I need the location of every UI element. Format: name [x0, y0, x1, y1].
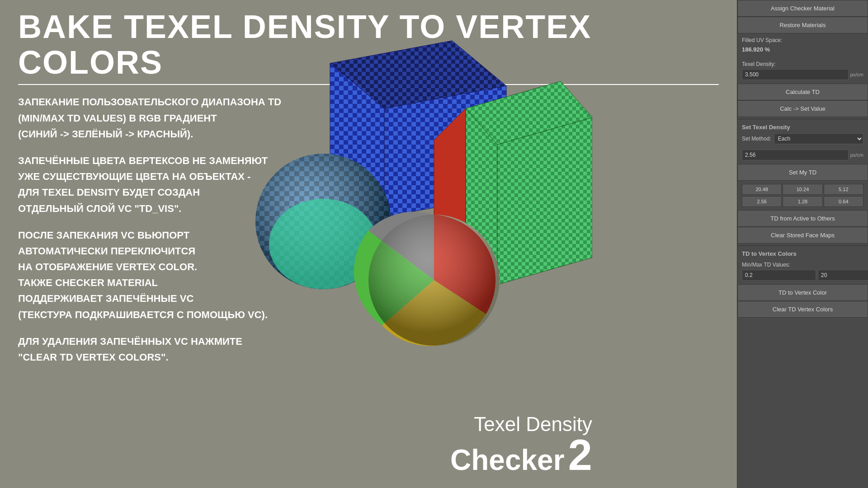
quick-btn-1-28[interactable]: 1.28 [783, 196, 822, 207]
minmax-section: Min/Max TD Values: [737, 258, 868, 284]
filled-uv-section: Filled UV Space: 186.920 % [737, 33, 868, 57]
texel-density-label: Texel Density: [742, 61, 863, 67]
filled-uv-value: 186.920 % [742, 45, 863, 54]
texel-density-unit: px/cm [850, 72, 863, 77]
quick-btn-2-56[interactable]: 2.56 [742, 196, 782, 207]
svg-marker-24 [497, 117, 592, 285]
quick-btn-0-64[interactable]: 0.64 [824, 196, 863, 207]
min-value-input[interactable] [742, 270, 816, 281]
divider-2 [737, 245, 868, 246]
max-value-input[interactable] [818, 270, 868, 281]
objects-area [240, 27, 592, 352]
texel-density-section: Texel Density: px/cm [737, 57, 868, 84]
filled-uv-label: Filled UV Space: [742, 37, 863, 43]
clear-face-maps-button[interactable]: Clear Stored Face Maps [737, 227, 868, 244]
set-method-row: Set Method: Each Average Active [737, 131, 868, 146]
logo-line2: Checker2 [450, 436, 592, 474]
td-to-vc-header: TD to Vertex Colors [737, 248, 868, 258]
minmax-inputs [742, 270, 863, 281]
logo-area: Texel Density Checker2 [450, 413, 592, 474]
texel-density-input[interactable] [742, 69, 849, 80]
sidebar: Assign Checker Material Restore Material… [737, 0, 868, 488]
td-from-active-button[interactable]: TD from Active to Others [737, 210, 868, 227]
td-to-vertex-color-button[interactable]: TD to Vertex Color [737, 284, 868, 301]
set-method-select[interactable]: Each Average Active [774, 133, 863, 144]
quick-btn-20-48[interactable]: 20.48 [742, 184, 782, 195]
assign-checker-material-button[interactable]: Assign Checker Material [737, 0, 868, 17]
set-value-input[interactable] [742, 150, 849, 160]
restore-materials-button[interactable]: Restore Materials [737, 17, 868, 33]
quick-btns-row1: 20.48 10.24 5.12 [742, 184, 863, 195]
svg-point-27 [368, 215, 500, 346]
quick-btn-10-24[interactable]: 10.24 [783, 184, 822, 195]
quick-btn-5-12[interactable]: 5.12 [824, 184, 863, 195]
clear-td-vertex-colors-button[interactable]: Clear TD Vertex Colors [737, 301, 868, 318]
calc-set-value-button[interactable]: Calc -> Set Value [737, 100, 868, 117]
3d-objects-svg [240, 27, 592, 352]
set-value-section: px/cm [737, 146, 868, 164]
minmax-label: Min/Max TD Values: [742, 262, 863, 268]
set-value-unit: px/cm [850, 152, 863, 158]
texel-density-input-row: px/cm [742, 69, 863, 80]
set-my-td-button[interactable]: Set My TD [737, 164, 868, 181]
divider-1 [737, 119, 868, 119]
calculate-td-button[interactable]: Calculate TD [737, 84, 868, 100]
set-value-input-row: px/cm [742, 150, 863, 160]
quick-btns-row2: 2.56 1.28 0.64 [742, 196, 863, 207]
set-method-label: Set Method: [742, 136, 771, 142]
main-content: BAKE TEXEL DENSITY TO VERTEX COLORS ЗАПЕ… [0, 0, 737, 488]
set-texel-density-header: Set Texel Density [737, 121, 868, 131]
quick-btns-section: 20.48 10.24 5.12 2.56 1.28 0.64 [737, 181, 868, 210]
